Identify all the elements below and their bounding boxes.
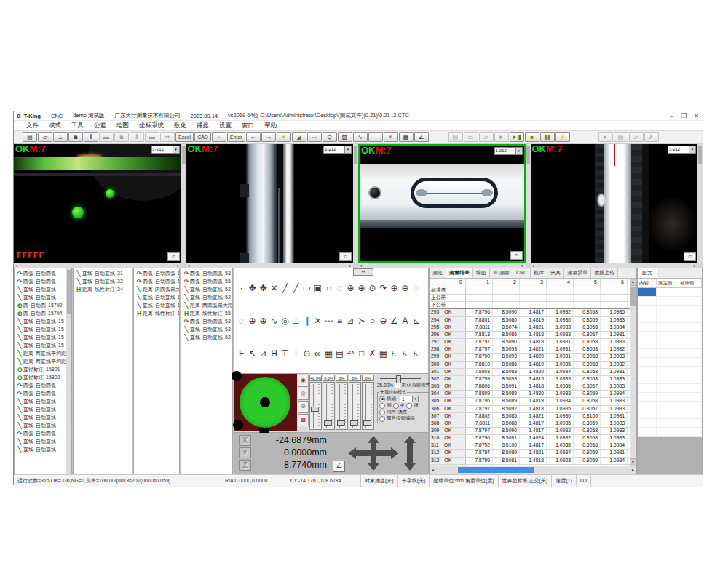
empty-cell[interactable] [657,332,678,340]
palette-tool-icon[interactable]: ✕ [312,316,323,326]
feature-item[interactable]: ╲直线自动直线52 [182,285,232,293]
empty-cell[interactable] [657,384,678,392]
empty-cell[interactable] [657,367,678,375]
results-tab[interactable]: 绘图 [473,268,490,278]
empty-cell[interactable] [638,428,657,436]
empty-cell[interactable] [638,306,657,314]
camera-viewport-1[interactable]: FFFFF OKM:7 1-212▾ ▱ ◄► [14,144,186,268]
toolbar-save-button[interactable]: ▤ [23,132,37,142]
palette-tool-icon[interactable]: 工 [280,348,290,359]
palette-tool-icon[interactable]: ╱ [280,283,290,293]
empty-cell[interactable] [678,340,702,348]
light-channel-slider-1[interactable]: 0.0% [323,375,335,432]
camera-hscrollbar[interactable]: ◄► [14,263,181,268]
table-row[interactable]: 314OK7.88048.50881.48201.09310.80591.098… [430,465,630,466]
feature-item[interactable]: ╲距离两圆弧最大距 [182,301,232,309]
empty-cell[interactable] [657,349,678,357]
list-item[interactable] [638,402,702,410]
slider-track[interactable] [323,382,335,430]
feature-item[interactable]: ╲直线自动直线 [15,445,66,453]
results-tab[interactable]: 测量结果 [446,268,473,278]
feature-item[interactable]: ╲直线自动直线15 [15,317,66,325]
palette-tool-icon[interactable]: ✥ [247,283,258,293]
feature-item[interactable]: ╲直线自动直线66 [135,293,179,301]
empty-cell[interactable] [678,428,702,436]
results-tab[interactable]: 机床 [531,268,547,278]
empty-cell[interactable] [657,314,678,322]
palette-tool-icon[interactable]: ↶ [345,348,356,359]
empty-cell[interactable] [657,323,678,331]
table-row[interactable]: 298OK7.87978.50931.48211.09310.80581.098… [430,346,630,354]
empty-cell[interactable] [638,402,657,410]
feature-item[interactable]: ⊕圆自动圆15792 [15,301,66,309]
table-row[interactable]: 297OK7.87978.50901.48181.09310.80581.098… [430,339,630,346]
palette-tool-icon[interactable]: ○ [367,316,378,326]
list-item[interactable] [638,332,702,340]
empty-cell[interactable] [678,297,702,305]
color-button-edit-radio[interactable] [379,416,385,422]
palette-tool-icon[interactable]: ✗ [367,348,378,359]
palette-tool-icon[interactable]: ⋯ [323,316,334,326]
empty-cell[interactable] [678,358,702,366]
slider-track[interactable] [336,382,348,430]
list-item[interactable] [638,323,702,332]
palette-tool-icon[interactable]: ▭ [301,283,312,293]
table-row[interactable]: 300OK7.88108.50861.48191.09350.80581.098… [430,362,630,369]
palette-tool-icon[interactable]: ✥ [258,283,269,293]
palette-tool-icon[interactable]: ✕ [269,283,280,293]
toolbar-blank-button[interactable] [368,132,383,142]
table-row[interactable]: 308OK7.88118.50881.48171.09350.80591.098… [430,420,630,428]
feature-item[interactable]: ╲直线自动直线31 [74,269,132,277]
toolbar-cad-button[interactable]: CAD [194,132,211,142]
feature-item[interactable]: ╲直线自动直线15 [15,341,66,349]
level-radio[interactable] [393,403,399,409]
direction-intensity-radio[interactable] [379,410,385,415]
camera-vscrollbar[interactable] [181,144,186,263]
slider-thumb[interactable] [350,420,358,426]
empty-cell[interactable] [638,314,657,322]
feature-item[interactable]: ↷圆弧自动圆弧53 [182,269,232,277]
elements-tab[interactable]: 图元 [638,268,657,278]
empty-cell[interactable] [657,428,678,436]
feature-item[interactable]: ↷圆弧自动圆弧55 [182,277,232,285]
feature-item[interactable]: ↷圆弧自动圆弧 [15,429,66,437]
menu-item-5[interactable]: 坐标系统 [134,121,169,130]
toolbar-enter-button[interactable]: Enter [227,132,245,142]
toolbar-matrix-button[interactable]: ▦ [399,132,414,142]
results-tab[interactable]: 测光 [430,268,446,278]
toolbar-draw-button[interactable]: ⌁ [212,132,226,142]
palette-tool-icon[interactable]: ⊕ [247,316,258,326]
menu-item-2[interactable]: 工具 [66,121,89,130]
toolbar-excel-button[interactable]: Excel [175,132,194,142]
slider-track[interactable] [349,382,361,430]
list-item[interactable] [638,340,702,349]
menu-item-7[interactable]: 捕捉 [191,121,214,130]
camera-grip-icon[interactable]: ▱ [167,252,180,261]
feature-item[interactable]: ⊖直径标注15801 [15,365,66,373]
table-row[interactable]: 293OK7.87968.50901.48171.09320.80581.098… [430,309,630,316]
list-item[interactable] [638,288,702,297]
menu-item-1[interactable]: 模式 [44,121,66,130]
camera-vscrollbar[interactable] [526,144,531,263]
palette-tool-icon[interactable]: ⊿ [258,348,269,359]
results-tab[interactable]: 3D测量 [490,268,513,278]
list-item[interactable] [638,297,702,306]
feature-item[interactable]: ╲直线自动直线 [15,437,66,445]
palette-tool-icon[interactable]: ∥ [301,316,312,326]
palette-tool-icon[interactable]: ≻ [356,316,367,326]
list-item[interactable] [638,410,702,419]
feature-item[interactable]: ╲直线自动直线53 [182,325,232,333]
toolbar-image-button[interactable]: ◢ [292,132,306,142]
camera-vscrollbar[interactable] [353,144,358,263]
camera-range-select[interactable]: 1-212▾ [151,146,180,154]
angle-tool-button[interactable]: ∠ [333,461,345,472]
results-tab[interactable]: CNC [513,268,531,278]
light-channel-slider-3[interactable]: 0% [349,375,361,432]
results-hscrollbar[interactable]: ◄► [430,466,636,474]
palette-tool-icon[interactable]: Ⱶ [236,348,247,359]
table-row[interactable]: 307OK7.88028.50851.48211.09300.81001.098… [430,413,630,420]
empty-cell[interactable] [657,288,678,296]
empty-cell[interactable] [678,314,702,322]
toolbar-run-button[interactable]: ⚡ [555,132,570,142]
master-intensity-slider[interactable] [380,375,421,382]
